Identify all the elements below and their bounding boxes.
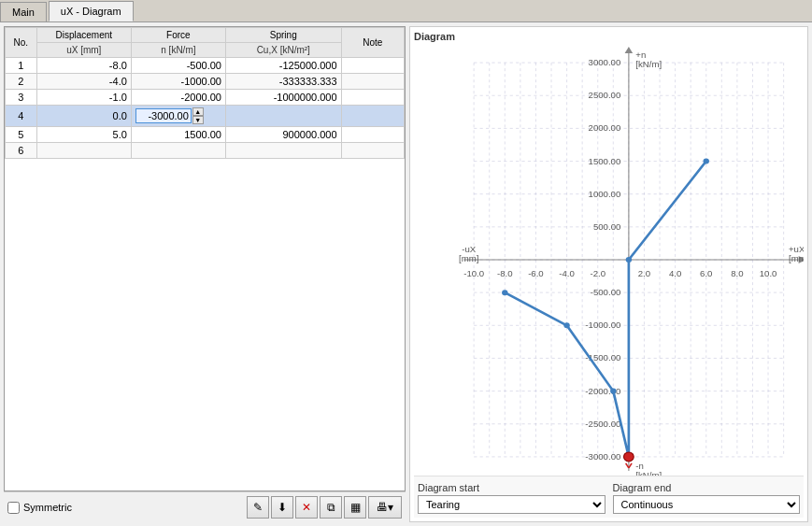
svg-point-71 bbox=[610, 389, 616, 394]
svg-text:10.0: 10.0 bbox=[760, 269, 777, 278]
row-note bbox=[341, 58, 404, 74]
svg-point-72 bbox=[624, 452, 634, 462]
col-force-sub: n [kN/m] bbox=[131, 43, 225, 58]
row-force: -500.00 bbox=[131, 58, 225, 74]
row-note bbox=[341, 143, 404, 159]
svg-text:-3000.00: -3000.00 bbox=[585, 452, 620, 462]
row-spring: 900000.000 bbox=[225, 127, 341, 143]
table-row[interactable]: 40.0▲▼ bbox=[6, 106, 405, 127]
svg-text:[kN/m]: [kN/m] bbox=[635, 471, 662, 476]
diagram-end-group: Diagram end Continuous Tearing Fixed bbox=[613, 482, 801, 514]
bottom-bar: Symmetric ✎ ⬇ ✕ ⧉ ▦ 🖶▾ bbox=[4, 491, 406, 522]
svg-text:[mm]: [mm] bbox=[459, 254, 478, 263]
row-spring: -1000000.000 bbox=[225, 90, 341, 106]
svg-text:-6.0: -6.0 bbox=[528, 269, 544, 278]
row-spring: -333333.333 bbox=[225, 74, 341, 90]
svg-point-69 bbox=[502, 290, 507, 295]
svg-text:1500.00: 1500.00 bbox=[589, 157, 621, 166]
symmetric-label: Symmetric bbox=[23, 502, 72, 513]
row-no: 4 bbox=[6, 106, 37, 127]
diagram-start-select[interactable]: Tearing Continuous Fixed bbox=[418, 495, 605, 514]
row-displacement: -4.0 bbox=[36, 74, 131, 90]
row-force: -1000.00 bbox=[131, 74, 225, 90]
copy-button[interactable]: ⧉ bbox=[320, 496, 342, 519]
svg-text:-1000.00: -1000.00 bbox=[585, 321, 620, 331]
main-content: No. Displacement Force Spring Note uX [m… bbox=[0, 22, 812, 526]
toolbar-buttons: ✎ ⬇ ✕ ⧉ ▦ 🖶▾ bbox=[247, 496, 402, 519]
svg-point-73 bbox=[626, 257, 632, 263]
col-force-header: Force bbox=[131, 28, 225, 43]
row-spring: -125000.000 bbox=[225, 58, 341, 74]
row-no: 6 bbox=[6, 143, 37, 159]
tab-ux-diagram[interactable]: uX - Diagram bbox=[49, 1, 134, 21]
force-decrement-button[interactable]: ▼ bbox=[192, 116, 204, 124]
diagram-start-label: Diagram start bbox=[418, 482, 605, 493]
diagram-controls: Diagram start Tearing Continuous Fixed D… bbox=[414, 476, 804, 518]
svg-text:2000.00: 2000.00 bbox=[589, 124, 621, 134]
table-row[interactable]: 2-4.0-1000.00-333333.333 bbox=[6, 74, 405, 90]
symmetric-checkbox-group: Symmetric bbox=[7, 502, 72, 514]
svg-text:2.0: 2.0 bbox=[638, 269, 650, 278]
svg-text:-n: -n bbox=[635, 462, 644, 471]
diagram-end-label: Diagram end bbox=[613, 482, 801, 493]
data-table: No. Displacement Force Spring Note uX [m… bbox=[5, 27, 405, 159]
col-spring-sub: Cu,X [kN/m²] bbox=[225, 43, 341, 58]
main-window: Main uX - Diagram No. Displacement Force… bbox=[0, 0, 812, 526]
left-panel: No. Displacement Force Spring Note uX [m… bbox=[4, 26, 406, 522]
row-displacement bbox=[36, 143, 131, 159]
row-spring bbox=[225, 143, 341, 159]
row-note bbox=[341, 74, 404, 90]
table-row[interactable]: 55.01500.00900000.000 bbox=[6, 127, 405, 143]
row-no: 1 bbox=[6, 58, 37, 74]
svg-text:500.00: 500.00 bbox=[593, 222, 620, 232]
force-input[interactable] bbox=[135, 108, 192, 123]
svg-text:-4.0: -4.0 bbox=[559, 269, 575, 278]
delete-button[interactable]: ✕ bbox=[295, 496, 318, 519]
diagram-area: -10.0 -8.0 -6.0 -4.0 -2.0 2.0 4.0 6.0 8.… bbox=[414, 44, 804, 476]
svg-text:1000.00: 1000.00 bbox=[589, 190, 621, 199]
row-displacement: -8.0 bbox=[36, 58, 131, 74]
row-note bbox=[341, 90, 404, 106]
row-no: 2 bbox=[6, 74, 37, 90]
table-row[interactable]: 1-8.0-500.00-125000.000 bbox=[6, 58, 405, 74]
svg-text:-uX: -uX bbox=[462, 245, 477, 254]
svg-text:6.0: 6.0 bbox=[700, 269, 712, 278]
col-note-header: Note bbox=[341, 28, 404, 58]
row-force: 1500.00 bbox=[131, 127, 225, 143]
print-button[interactable]: 🖶▾ bbox=[368, 496, 402, 519]
diagram-start-group: Diagram start Tearing Continuous Fixed bbox=[418, 482, 605, 514]
col-displacement-header: Displacement bbox=[36, 28, 131, 43]
row-displacement: 5.0 bbox=[36, 127, 131, 143]
force-increment-button[interactable]: ▲ bbox=[192, 107, 204, 116]
diagram-end-select[interactable]: Continuous Tearing Fixed bbox=[613, 495, 801, 514]
symmetric-checkbox[interactable] bbox=[7, 502, 20, 514]
row-force: -2000.00 bbox=[131, 90, 225, 106]
svg-text:-2.0: -2.0 bbox=[590, 269, 605, 278]
svg-text:4.0: 4.0 bbox=[669, 269, 681, 278]
edit-button[interactable]: ✎ bbox=[247, 496, 269, 519]
svg-text:-500.00: -500.00 bbox=[591, 288, 621, 297]
svg-text:-8.0: -8.0 bbox=[497, 269, 513, 278]
row-displacement: 0.0 bbox=[36, 106, 131, 127]
diagram-title: Diagram bbox=[414, 31, 804, 42]
svg-text:-10.0: -10.0 bbox=[463, 269, 484, 278]
svg-text:[mm]: [mm] bbox=[789, 254, 804, 263]
table-row[interactable]: 6 bbox=[6, 143, 405, 159]
tab-main[interactable]: Main bbox=[0, 2, 47, 21]
svg-text:3000.00: 3000.00 bbox=[589, 58, 621, 67]
row-force-spinner[interactable]: ▲▼ bbox=[131, 106, 225, 127]
row-note bbox=[341, 106, 404, 127]
row-no: 5 bbox=[6, 127, 37, 143]
tab-bar: Main uX - Diagram bbox=[0, 0, 812, 22]
svg-text:8.0: 8.0 bbox=[731, 269, 743, 278]
svg-text:+uX: +uX bbox=[789, 245, 804, 254]
table-button[interactable]: ▦ bbox=[344, 496, 366, 519]
svg-text:[kN/m]: [kN/m] bbox=[635, 60, 662, 69]
align-button[interactable]: ⬇ bbox=[271, 496, 293, 519]
svg-text:2500.00: 2500.00 bbox=[589, 92, 621, 101]
col-no: No. bbox=[6, 28, 37, 58]
row-spring bbox=[225, 106, 341, 127]
svg-text:-2500.00: -2500.00 bbox=[585, 419, 620, 429]
row-force bbox=[131, 143, 225, 159]
table-row[interactable]: 3-1.0-2000.00-1000000.000 bbox=[6, 90, 405, 106]
